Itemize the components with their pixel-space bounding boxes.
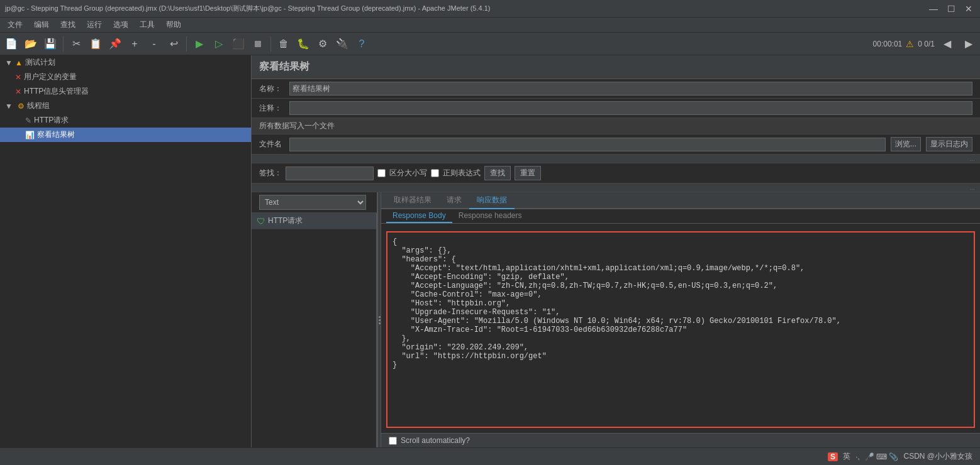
menu-run[interactable]: 运行 [82, 18, 107, 31]
divider [381, 224, 980, 226]
reset-button[interactable]: 重置 [515, 166, 541, 180]
log-button[interactable]: 显示日志内 [926, 137, 972, 151]
toolbar-shutdown[interactable]: ⏹ [249, 35, 267, 53]
tree-label-vars: 用户定义的变量 [24, 72, 77, 82]
find-button[interactable]: 查找 [484, 166, 511, 180]
tree-item-header[interactable]: ✕ HTTP信息头管理器 [0, 84, 251, 99]
left-panel: ▼ ▲ 测试计划 ✕ 用户定义的变量 ✕ HTTP信息头管理器 ▼ ⚙ 线程组 … [0, 55, 252, 447]
menu-edit[interactable]: 编辑 [29, 18, 54, 31]
toolbar-expand[interactable]: + [126, 35, 143, 53]
file-header-label: 所有数据写入一个文件 [259, 121, 335, 131]
response-text: { "args": {}, "headers": { "Accept": "te… [393, 238, 969, 369]
menu-help[interactable]: 帮助 [161, 18, 186, 31]
regex-label: 正则表达式 [443, 168, 481, 178]
format-row: Text HTML JSON XML Regexp Tester [252, 192, 377, 213]
tree-item-plan[interactable]: ▼ ▲ 测试计划 [0, 55, 251, 70]
dot2 [379, 319, 381, 321]
maximize-button[interactable]: ☐ [945, 4, 957, 14]
toolbar-collapse[interactable]: - [145, 35, 163, 53]
dots-row-1: ... [252, 155, 980, 163]
comment-row: 注释： [252, 99, 980, 118]
header-icon: ✕ [15, 87, 21, 96]
toolbar-clear[interactable]: 🗑 [275, 35, 292, 53]
scroll-label: Scroll automatically? [401, 436, 470, 445]
toolbar-back[interactable]: ◀ [938, 35, 956, 53]
toolbar-cut[interactable]: ✂ [67, 35, 85, 53]
tree-label-results: 察看结果树 [37, 129, 75, 140]
response-body[interactable]: { "args": {}, "headers": { "Accept": "te… [386, 231, 975, 428]
minimize-button[interactable]: — [927, 4, 940, 14]
menu-options[interactable]: 选项 [108, 18, 133, 31]
dot1 [379, 316, 381, 318]
result-label: HTTP请求 [268, 216, 303, 226]
tree-label-request: HTTP请求 [34, 115, 69, 126]
toolbar-run-selected[interactable]: ▷ [210, 35, 228, 53]
menubar: 文件 编辑 查找 运行 选项 工具 帮助 [0, 18, 980, 33]
toolbar-sep3 [270, 36, 271, 52]
search-input[interactable] [286, 167, 374, 180]
tree-item-vars[interactable]: ✕ 用户定义的变量 [0, 70, 251, 84]
dot3 [379, 322, 381, 324]
vars-icon: ✕ [15, 73, 21, 82]
toolbar-right: 00:00:01 ⚠ 0 0/1 ◀ ▶ [873, 35, 977, 53]
toolbar-copy[interactable]: 📋 [87, 35, 104, 53]
status-lang: 英 [843, 451, 850, 462]
close-button[interactable]: ✕ [962, 4, 975, 14]
scroll-checkbox[interactable] [389, 437, 397, 445]
toolbar-stop[interactable]: ⬛ [230, 35, 247, 53]
title-text: jp@gc - Stepping Thread Group (deprecate… [5, 4, 490, 13]
toolbar-undo[interactable]: ↩ [165, 35, 182, 53]
main-layout: ▼ ▲ 测试计划 ✕ 用户定义的变量 ✕ HTTP信息头管理器 ▼ ⚙ 线程组 … [0, 55, 980, 447]
file-header-row: 所有数据写入一个文件 [252, 118, 980, 134]
browse-button[interactable]: 浏览... [891, 137, 921, 151]
tree-item-results[interactable]: 📊 察看结果树 [0, 128, 251, 142]
results-panel: Text HTML JSON XML Regexp Tester 🛡 HTTP请… [252, 192, 980, 447]
format-select[interactable]: Text HTML JSON XML Regexp Tester [259, 195, 366, 210]
result-item-http[interactable]: 🛡 HTTP请求 [252, 213, 376, 229]
toolbar-sep1 [63, 36, 64, 52]
toolbar-paste[interactable]: 📌 [106, 35, 124, 53]
toolbar-new[interactable]: 📄 [3, 35, 20, 53]
plan-icon: ▲ [15, 58, 23, 67]
case-checkbox[interactable] [377, 169, 386, 177]
content-area: 取样器结果 请求 响应数据 Response Body Response hea… [381, 192, 980, 447]
toolbar-plugins[interactable]: 🔌 [333, 35, 351, 53]
request-icon: ✎ [25, 116, 31, 125]
toolbar-settings[interactable]: ⚙ [314, 35, 331, 53]
sub-tab-response-headers[interactable]: Response headers [452, 209, 528, 223]
menu-search[interactable]: 查找 [55, 18, 81, 31]
filename-row: 文件名 浏览... 显示日志内 [252, 134, 980, 155]
name-input[interactable] [289, 82, 972, 96]
name-label: 名称： [259, 84, 284, 94]
statusbar: S 英 ·, 🎤 ⌨ 📎 CSDN @小小雅女孩 [0, 447, 980, 465]
tree-label-header: HTTP信息头管理器 [24, 86, 89, 97]
window-controls: — ☐ ✕ [927, 4, 975, 14]
tree-item-group[interactable]: ▼ ⚙ 线程组 [0, 99, 251, 113]
toolbar-help[interactable]: ? [353, 35, 370, 53]
menu-file[interactable]: 文件 [3, 18, 28, 31]
panel-title: 察看结果树 [259, 61, 309, 72]
menu-tools[interactable]: 工具 [135, 18, 160, 31]
tab-sampler-results[interactable]: 取样器结果 [386, 192, 439, 209]
tree-item-request[interactable]: ✎ HTTP请求 [0, 113, 251, 128]
toolbar-run[interactable]: ▶ [191, 35, 208, 53]
toolbar-debug[interactable]: 🐛 [294, 35, 312, 53]
sub-tab-response-body[interactable]: Response Body [386, 209, 452, 223]
toolbar-count: 0 0/1 [918, 40, 935, 48]
case-label: 区分大小写 [389, 168, 427, 178]
status-right: S 英 ·, 🎤 ⌨ 📎 CSDN @小小雅女孩 [828, 451, 972, 462]
filename-input[interactable] [289, 138, 886, 151]
toolbar-time: 00:00:01 [873, 40, 903, 48]
toolbar-save[interactable]: 💾 [42, 35, 59, 53]
warn-icon: ⚠ [906, 39, 914, 49]
group-icon: ⚙ [18, 102, 25, 111]
status-icons: 🎤 ⌨ 📎 [865, 452, 899, 461]
toolbar-open[interactable]: 📂 [22, 35, 40, 53]
tab-request[interactable]: 请求 [439, 192, 469, 209]
regex-checkbox[interactable] [431, 169, 439, 177]
toolbar-forward[interactable]: ▶ [960, 35, 977, 53]
name-row: 名称： [252, 79, 980, 99]
comment-input[interactable] [289, 101, 972, 115]
tab-response-data[interactable]: 响应数据 [469, 192, 515, 209]
toolbar-sep2 [186, 36, 187, 52]
